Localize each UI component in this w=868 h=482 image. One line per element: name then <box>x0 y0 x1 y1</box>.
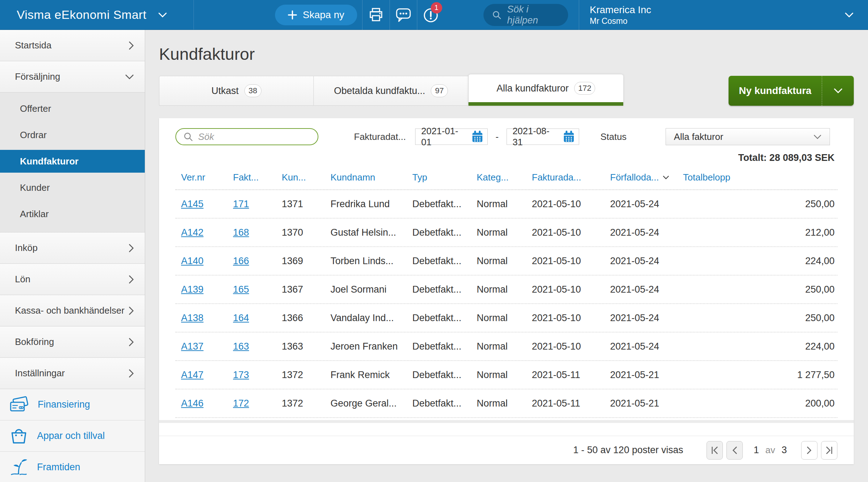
column-header-forfallodatum[interactable]: Förfalloda... <box>610 172 683 183</box>
table-row[interactable]: A147 173 1372 Frank Remick Debetfakt... … <box>175 361 837 389</box>
verification-link[interactable]: A138 <box>175 313 233 324</box>
main-content: Kundfakturor Utkast 38 Obetalda kundfakt… <box>145 30 868 482</box>
plus-icon <box>288 10 297 20</box>
table-body: A145 171 1371 Fredrika Lund Debetfakt...… <box>175 190 837 418</box>
sidebar-item-framtiden[interactable]: Framtiden <box>0 452 145 482</box>
sidebar-item-lon[interactable]: Lön <box>0 264 145 295</box>
help-search-placeholder: Sök i hjälpen <box>507 4 559 26</box>
sidebar-item-kundfakturor[interactable]: Kundfakturor <box>0 150 145 173</box>
verification-link[interactable]: A140 <box>175 256 233 267</box>
date-from-input[interactable]: 2021-01-01 <box>415 129 488 145</box>
shopping-bag-icon <box>9 427 28 445</box>
customer-name-cell: George Geral... <box>330 398 412 409</box>
column-header-kundnr[interactable]: Kun... <box>282 172 330 183</box>
search-icon <box>183 132 193 142</box>
sidebar-item-ordrar[interactable]: Ordrar <box>0 122 145 148</box>
tabs-row: Utkast 38 Obetalda kundfaktu... 97 Alla … <box>159 74 854 106</box>
sidebar-item-kunder[interactable]: Kunder <box>0 174 145 201</box>
table-row[interactable]: A140 166 1369 Torben Linds... Debetfakt.… <box>175 247 837 276</box>
verification-link[interactable]: A139 <box>175 284 233 295</box>
chevron-down-icon <box>845 12 854 18</box>
sidebar-item-artiklar[interactable]: Artiklar <box>0 201 145 227</box>
invoice-number-link[interactable]: 166 <box>233 256 282 267</box>
table-row[interactable]: A137 163 1363 Jeroen Franken Debetfakt..… <box>175 332 837 361</box>
sidebar-item-bokforing[interactable]: Bokföring <box>0 326 145 358</box>
total-amount-cell: 224,00 <box>683 256 837 267</box>
chat-button[interactable] <box>390 0 417 30</box>
calendar-icon[interactable] <box>562 130 575 143</box>
column-header-fakturadatum[interactable]: Fakturada... <box>532 172 610 183</box>
notification-badge: 1 <box>431 2 442 14</box>
column-header-totalbelopp[interactable]: Totalbelopp <box>683 172 837 183</box>
invoice-number-link[interactable]: 164 <box>233 313 282 324</box>
verification-link[interactable]: A147 <box>175 370 233 381</box>
column-header-fakturanr[interactable]: Fakt... <box>233 172 282 183</box>
verification-link[interactable]: A142 <box>175 227 233 238</box>
invoice-number-link[interactable]: 165 <box>233 284 282 295</box>
type-cell: Debetfakt... <box>412 398 477 409</box>
sidebar-item-appar-och-tillval[interactable]: Appar och tillval <box>0 420 145 452</box>
tab-alla-kundfakturor[interactable]: Alla kundfakturor 172 <box>469 74 623 106</box>
chevron-down-icon <box>813 134 822 140</box>
next-page-button[interactable] <box>801 441 817 460</box>
invoice-number-link[interactable]: 171 <box>233 199 282 210</box>
table-header: Ver.nr Fakt... Kun... Kundnamn Typ Kateg… <box>175 165 837 190</box>
verification-link[interactable]: A145 <box>175 199 233 210</box>
invoice-number-link[interactable]: 163 <box>233 341 282 352</box>
column-header-kundnamn[interactable]: Kundnamn <box>330 172 412 183</box>
verification-link[interactable]: A146 <box>175 398 233 409</box>
credit-cards-icon <box>9 396 29 414</box>
help-search-input[interactable]: Sök i hjälpen <box>483 4 568 26</box>
column-header-kategori[interactable]: Kateg... <box>477 172 532 183</box>
tab-utkast[interactable]: Utkast 38 <box>159 76 314 106</box>
chevron-right-icon <box>128 306 134 315</box>
customer-number-cell: 1372 <box>282 370 330 381</box>
sidebar-item-installningar[interactable]: Inställningar <box>0 358 145 389</box>
invoice-date-cell: 2021-05-11 <box>532 370 610 381</box>
customer-number-cell: 1367 <box>282 284 330 295</box>
invoice-number-link[interactable]: 168 <box>233 227 282 238</box>
horizontal-scrollbar[interactable] <box>159 420 854 423</box>
verification-link[interactable]: A137 <box>175 341 233 352</box>
new-invoice-dropdown[interactable] <box>822 76 854 106</box>
table-row[interactable]: A145 171 1371 Fredrika Lund Debetfakt...… <box>175 190 837 219</box>
status-select[interactable]: Alla fakturor <box>666 128 830 145</box>
column-header-typ[interactable]: Typ <box>412 172 477 183</box>
category-cell: Normal <box>477 313 532 324</box>
table-search-input[interactable]: Sök <box>175 128 318 145</box>
table-row[interactable]: A139 165 1367 Joel Sormani Debetfakt... … <box>175 276 837 304</box>
customer-number-cell: 1370 <box>282 227 330 238</box>
sidebar: Startsida Försäljning Offerter Ordrar Ku… <box>0 30 145 482</box>
print-button[interactable] <box>362 0 390 30</box>
date-to-input[interactable]: 2021-08-31 <box>507 129 579 145</box>
last-page-button[interactable] <box>821 441 837 460</box>
page-title: Kundfakturor <box>159 44 854 64</box>
chevron-left-icon <box>732 446 737 455</box>
notifications-button[interactable]: 1 <box>417 0 444 30</box>
tab-count-badge: 38 <box>244 84 261 97</box>
table-row[interactable]: A142 168 1370 Gustaf Helsin... Debetfakt… <box>175 219 837 247</box>
table-row[interactable]: A146 172 1372 George Geral... Debetfakt.… <box>175 389 837 418</box>
tab-obetalda-kundfakturor[interactable]: Obetalda kundfaktu... 97 <box>314 76 469 106</box>
previous-page-button[interactable] <box>726 441 743 460</box>
sidebar-item-forsaljning[interactable]: Försäljning <box>0 61 145 93</box>
due-date-cell: 2021-05-24 <box>610 313 683 324</box>
first-page-button[interactable] <box>706 441 723 460</box>
sidebar-item-offerter[interactable]: Offerter <box>0 95 145 122</box>
invoice-number-link[interactable]: 172 <box>233 398 282 409</box>
table-row[interactable]: A138 164 1366 Vandalay Ind... Debetfakt.… <box>175 304 837 332</box>
new-invoice-button[interactable]: Ny kundfaktura <box>729 76 854 106</box>
create-new-button[interactable]: Skapa ny <box>275 5 357 25</box>
sidebar-item-finansiering[interactable]: Finansiering <box>0 389 145 420</box>
current-page: 1 <box>753 445 759 456</box>
sidebar-item-inkop[interactable]: Inköp <box>0 232 145 264</box>
invoice-number-link[interactable]: 173 <box>233 370 282 381</box>
total-amount-cell: 250,00 <box>683 284 837 295</box>
app-switcher[interactable]: Visma eEkonomi Smart <box>0 0 194 30</box>
column-header-vernr[interactable]: Ver.nr <box>175 172 233 183</box>
page-of-label: av <box>766 445 775 456</box>
sidebar-item-kassa-och-bankhandelser[interactable]: Kassa- och bankhändelser <box>0 295 145 326</box>
account-menu[interactable]: Kramerica Inc Mr Cosmo <box>579 0 868 30</box>
sidebar-item-startsida[interactable]: Startsida <box>0 30 145 61</box>
calendar-icon[interactable] <box>471 130 484 143</box>
